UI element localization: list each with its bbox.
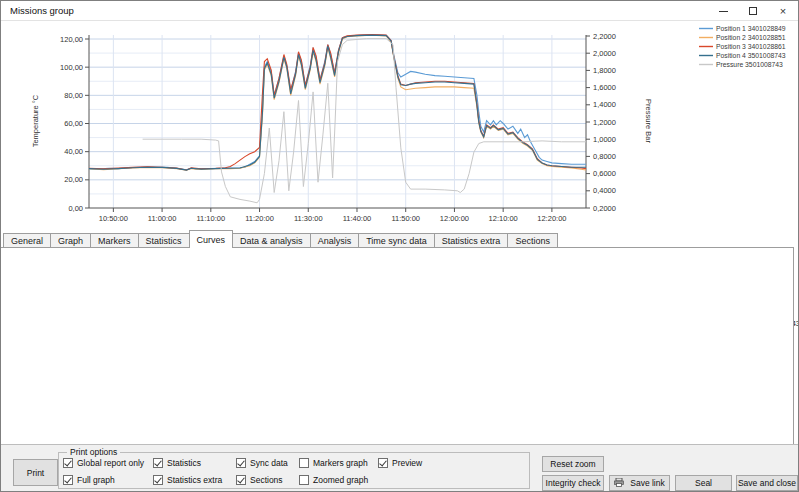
reset-zoom-button[interactable]: Reset zoom: [542, 456, 604, 472]
print-option-label: Global report only: [77, 458, 144, 468]
tab-sections[interactable]: Sections: [507, 233, 558, 248]
print-option: Markers graph: [299, 458, 368, 468]
x-tick-label: 11:20:00: [245, 214, 274, 223]
legend-label: Position 4 3501008743: [716, 52, 786, 59]
maximize-icon: [749, 7, 757, 15]
tab-strip: GeneralGraphMarkersStatisticsCurvesData …: [3, 230, 557, 248]
maximize-button[interactable]: [738, 1, 768, 21]
y-left-tick-label: 80,00: [64, 91, 83, 100]
legend-label: Position 3 3401028861: [716, 43, 786, 50]
y-axis-right-title: Pressure Bar: [644, 99, 653, 143]
series-line-5: [143, 39, 586, 203]
x-tick-label: 11:00:00: [148, 214, 177, 223]
y-right-tick-label: 1,2000: [593, 118, 616, 127]
y-left-tick-label: 60,00: [64, 119, 83, 128]
save-link-label: Save link: [630, 478, 665, 488]
print-option: Preview: [378, 458, 422, 468]
legend-label: Position 2 3401028851: [716, 34, 786, 41]
x-tick-label: 10:50:00: [99, 214, 128, 223]
print-option-label: Full graph: [77, 475, 115, 485]
y-right-tick-label: 0,2000: [593, 204, 616, 213]
x-tick-label: 12:10:00: [489, 214, 518, 223]
integrity-check-button[interactable]: Integrity check: [542, 475, 604, 491]
print-option: Statistics: [153, 458, 201, 468]
window-controls: ×: [708, 1, 798, 21]
print-option: Statistics extra: [153, 475, 222, 485]
tab-statistics[interactable]: Statistics: [138, 233, 190, 248]
print-option-label: Sync data: [250, 458, 288, 468]
legend-label: Pressure 3501008743: [716, 61, 783, 68]
tab-graph[interactable]: Graph: [50, 233, 91, 248]
x-tick-label: 11:40:00: [343, 214, 372, 223]
legend-label: Position 1 3401028849: [716, 25, 786, 32]
print-option-checkbox-preview[interactable]: [378, 458, 388, 468]
y-axis-left-title: Temperature °C: [31, 94, 40, 147]
tab-data-analysis[interactable]: Data & analysis: [232, 233, 311, 248]
curves-panel: [1, 247, 794, 444]
y-right-tick-label: 2,0000: [593, 49, 616, 58]
x-tick-label: 11:30:00: [294, 214, 323, 223]
y-left-tick-label: 100,00: [60, 63, 83, 72]
minimize-icon: [719, 11, 728, 12]
minimize-button[interactable]: [708, 1, 738, 21]
print-option-label: Statistics extra: [167, 475, 222, 485]
print-option-checkbox-sections[interactable]: [236, 475, 246, 485]
print-option: Full graph: [63, 475, 115, 485]
y-right-tick-label: 1,0000: [593, 135, 616, 144]
print-option-label: Preview: [392, 458, 422, 468]
print-option-label: Zoomed graph: [313, 475, 368, 485]
save-and-close-button[interactable]: Save and close: [736, 475, 798, 491]
seal-button[interactable]: Seal: [675, 475, 732, 491]
print-button[interactable]: Print: [13, 459, 58, 486]
window-title: Missions group: [10, 5, 74, 16]
chart-area[interactable]: 0,0020,0040,0060,0080,00100,00120,0010:5…: [1, 21, 799, 231]
bottom-bar: Print Print options Global report onlyFu…: [1, 444, 799, 492]
print-option-label: Statistics: [167, 458, 201, 468]
x-tick-label: 11:10:00: [196, 214, 225, 223]
y-right-tick-label: 0,8000: [593, 152, 616, 161]
print-option: Sections: [236, 475, 283, 485]
y-right-tick-label: 2,2000: [593, 32, 616, 41]
chart-svg: 0,0020,0040,0060,0080,00100,00120,0010:5…: [1, 21, 799, 231]
print-option-checkbox-zoomed-graph[interactable]: [299, 475, 309, 485]
series-line-4: [89, 35, 586, 170]
print-option-checkbox-statistics-extra[interactable]: [153, 475, 163, 485]
print-option-label: Markers graph: [313, 458, 368, 468]
close-icon: ×: [780, 6, 786, 17]
print-option: Sync data: [236, 458, 288, 468]
title-bar: Missions group ×: [1, 1, 798, 21]
print-option-checkbox-full-graph[interactable]: [63, 475, 73, 485]
tab-general[interactable]: General: [3, 233, 51, 248]
x-tick-label: 12:20:00: [537, 214, 566, 223]
print-options-label: Print options: [67, 447, 120, 457]
printer-icon: [614, 478, 624, 489]
print-option-checkbox-global-report-only[interactable]: [63, 458, 73, 468]
y-left-tick-label: 20,00: [64, 175, 83, 184]
missions-group-window: { "window": { "title": "Missions group",…: [0, 0, 799, 492]
tab-analysis[interactable]: Analysis: [310, 233, 360, 248]
save-link-button[interactable]: Save link: [609, 475, 670, 491]
y-left-tick-label: 120,00: [60, 35, 83, 44]
print-option: Global report only: [63, 458, 144, 468]
tab-markers[interactable]: Markers: [90, 233, 139, 248]
y-right-tick-label: 0,6000: [593, 169, 616, 178]
print-option-label: Sections: [250, 475, 283, 485]
tab-curves[interactable]: Curves: [189, 230, 234, 248]
y-left-tick-label: 40,00: [64, 147, 83, 156]
print-option-checkbox-sync-data[interactable]: [236, 458, 246, 468]
y-right-tick-label: 1,8000: [593, 66, 616, 75]
y-left-tick-label: 0,00: [68, 204, 83, 213]
tab-time-sync-data[interactable]: Time sync data: [358, 233, 435, 248]
print-option: Zoomed graph: [299, 475, 368, 485]
tab-statistics-extra[interactable]: Statistics extra: [434, 233, 509, 248]
print-option-checkbox-markers-graph[interactable]: [299, 458, 309, 468]
x-tick-label: 11:50:00: [391, 214, 420, 223]
x-tick-label: 12:00:00: [440, 214, 469, 223]
close-button[interactable]: ×: [768, 1, 798, 21]
y-right-tick-label: 1,6000: [593, 83, 616, 92]
print-option-checkbox-statistics[interactable]: [153, 458, 163, 468]
y-right-tick-label: 1,4000: [593, 100, 616, 109]
y-right-tick-label: 0,4000: [593, 186, 616, 195]
